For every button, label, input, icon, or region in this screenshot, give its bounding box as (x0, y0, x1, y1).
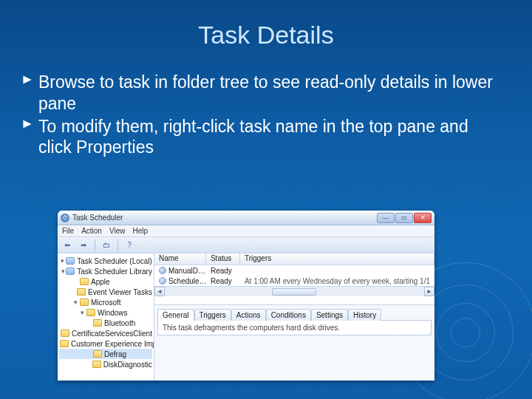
tab-general[interactable]: General (157, 309, 194, 321)
library-icon (66, 267, 75, 275)
column-headers: Name Status Triggers (154, 253, 434, 265)
bullet-text: Browse to task in folder tree to see rea… (38, 72, 502, 115)
task-name: Schedule… (168, 277, 206, 285)
task-icon (159, 277, 166, 284)
folder-icon (60, 340, 69, 347)
collapse-icon[interactable]: ▾ (72, 299, 79, 306)
bullet-list: Browse to task in folder tree to see rea… (22, 72, 502, 158)
app-icon: ⏱ (61, 214, 69, 222)
tree-label: DiskDiagnostic (103, 361, 152, 369)
tree-label: Apple (91, 278, 110, 286)
folder-icon (93, 350, 102, 358)
detail-pane: General Triggers Actions Conditions Sett… (154, 305, 434, 381)
tab-settings[interactable]: Settings (311, 309, 348, 321)
back-button[interactable]: ⬅ (61, 239, 74, 252)
bullet-marker-icon (22, 116, 38, 159)
folder-icon (86, 309, 95, 316)
task-status: Ready (206, 267, 240, 275)
tree-label: Customer Experience Impr (71, 340, 154, 348)
scheduler-icon (66, 257, 75, 265)
tree-label: Defrag (104, 350, 126, 358)
tab-triggers[interactable]: Triggers (194, 309, 231, 321)
minimize-button[interactable]: — (377, 213, 395, 223)
tab-conditions[interactable]: Conditions (266, 309, 311, 321)
close-button[interactable]: ✕ (414, 213, 432, 223)
collapse-icon[interactable]: ▾ (59, 257, 65, 265)
tree-leaf[interactable]: Bluetooth (59, 318, 152, 328)
task-trigger: At 1:00 AM every Wednesday of every week… (240, 277, 434, 285)
tree-root[interactable]: ▾ Task Scheduler (Local) (59, 256, 152, 266)
task-status: Ready (206, 277, 240, 285)
slide-title: Task Details (0, 0, 532, 50)
task-scheduler-window: ⏱ Task Scheduler — ▭ ✕ File Action View … (58, 211, 434, 381)
tab-body: This task defragments the computers hard… (157, 320, 432, 335)
tree-leaf[interactable]: DiskDiagnostic (59, 359, 152, 369)
bullet-marker-icon (22, 72, 38, 115)
forward-button[interactable]: ➡ (77, 239, 90, 252)
detail-tabs: General Triggers Actions Conditions Sett… (157, 308, 432, 320)
col-triggers[interactable]: Triggers (240, 253, 434, 265)
window-title: Task Scheduler (72, 214, 377, 222)
menubar: File Action View Help (58, 225, 434, 237)
folder-icon (80, 278, 89, 285)
folder-icon (92, 361, 101, 368)
menu-action[interactable]: Action (81, 227, 102, 235)
tree-leaf[interactable]: CertificateServicesClient (59, 328, 152, 338)
tab-history[interactable]: History (348, 309, 381, 321)
tree-node[interactable]: ▾ Microsoft (59, 297, 152, 307)
folder-icon (93, 319, 102, 327)
tree-leaf[interactable]: Customer Experience Impr (59, 338, 152, 349)
horizontal-scrollbar[interactable]: ◄ ► (154, 286, 434, 296)
tree-label: Bluetooth (104, 319, 135, 327)
task-list[interactable]: Name Status Triggers ManualD… Ready Sche… (154, 253, 434, 305)
tree-node[interactable]: Apple (59, 276, 152, 287)
tree-label: Microsoft (91, 299, 121, 307)
collapse-icon[interactable]: ▾ (79, 309, 86, 316)
collapse-icon[interactable]: ▾ (61, 267, 65, 275)
folder-icon (61, 330, 69, 337)
tree-label: CertificateServicesClient (72, 330, 152, 338)
tree-windows[interactable]: ▾ Windows (59, 307, 152, 318)
col-status[interactable]: Status (206, 253, 240, 265)
folder-tree[interactable]: ▾ Task Scheduler (Local) ▾ Task Schedule… (58, 253, 154, 381)
task-icon (159, 267, 166, 274)
scroll-right-icon[interactable]: ► (424, 287, 434, 296)
bullet-item: Browse to task in folder tree to see rea… (22, 72, 502, 115)
tree-label: Task Scheduler Library (77, 267, 152, 276)
toolbar-separator (117, 239, 118, 251)
refresh-button[interactable]: 🗀 (100, 239, 113, 252)
help-button[interactable]: ? (123, 239, 136, 252)
tree-node[interactable]: Event Viewer Tasks (59, 287, 152, 297)
tree-label: Windows (98, 309, 128, 317)
tab-actions[interactable]: Actions (231, 309, 266, 321)
tree-label: Task Scheduler (Local) (77, 257, 152, 265)
bullet-item: To modify them, right-click task name in… (22, 116, 502, 159)
task-row[interactable]: ManualD… Ready (154, 265, 434, 276)
scroll-thumb[interactable] (272, 288, 316, 296)
col-name[interactable]: Name (154, 253, 206, 265)
task-name: ManualD… (168, 267, 205, 275)
tree-leaf-selected[interactable]: Defrag (59, 349, 152, 359)
menu-file[interactable]: File (62, 227, 74, 235)
task-row[interactable]: Schedule… Ready At 1:00 AM every Wednesd… (154, 276, 434, 286)
folder-icon (80, 299, 89, 306)
menu-view[interactable]: View (109, 227, 126, 235)
bullet-text: To modify them, right-click task name in… (38, 116, 502, 159)
toolbar: ⬅ ➡ 🗀 ? (58, 237, 434, 253)
maximize-button[interactable]: ▭ (395, 213, 413, 223)
menu-help[interactable]: Help (132, 227, 148, 235)
scroll-left-icon[interactable]: ◄ (154, 287, 165, 296)
folder-icon (77, 288, 86, 296)
tree-label: Event Viewer Tasks (88, 288, 152, 296)
tree-library[interactable]: ▾ Task Scheduler Library (59, 266, 152, 276)
toolbar-separator (95, 239, 95, 251)
task-description: This task defragments the computers hard… (163, 324, 340, 332)
titlebar[interactable]: ⏱ Task Scheduler — ▭ ✕ (58, 211, 434, 225)
